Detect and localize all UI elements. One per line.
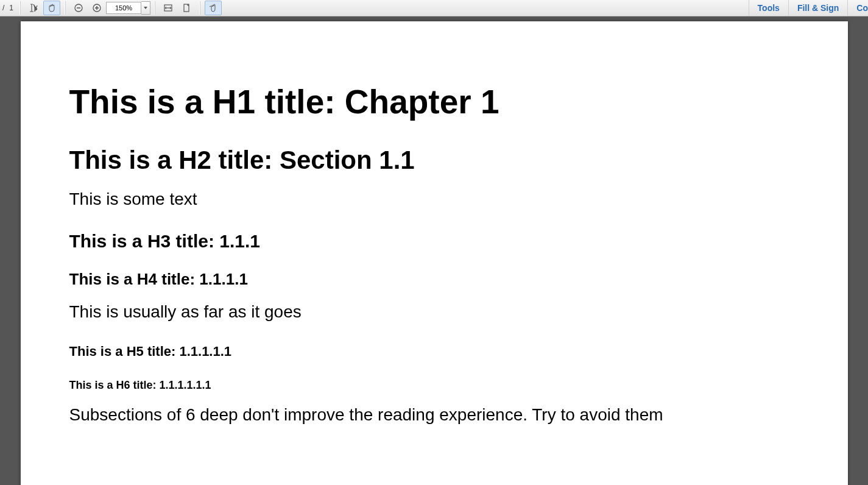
toolbar-left: / 1 (0, 0, 222, 16)
comment-panel-button[interactable]: Co (847, 0, 868, 16)
hand-icon (47, 3, 57, 13)
toolbar-right: Tools Fill & Sign Co (749, 0, 868, 16)
fill-sign-panel-button[interactable]: Fill & Sign (788, 0, 847, 16)
zoom-control (106, 1, 150, 15)
zoom-out-button[interactable] (70, 1, 87, 15)
hand-tool[interactable] (43, 1, 60, 15)
doc-heading-1: This is a H1 title: Chapter 1 (69, 82, 799, 121)
fit-width-icon (163, 3, 173, 13)
doc-heading-3: This is a H3 title: 1.1.1 (69, 231, 799, 252)
doc-heading-2: This is a H2 title: Section 1.1 (69, 146, 799, 175)
zoom-dropdown[interactable] (141, 1, 150, 15)
page-count-total: 1 (7, 4, 16, 12)
toolbar-separator (19, 1, 21, 15)
document-page: This is a H1 title: Chapter 1 This is a … (21, 21, 848, 485)
read-mode-button[interactable] (205, 1, 222, 15)
toolbar-separator (199, 1, 200, 15)
doc-paragraph: This is usually as far as it goes (69, 302, 799, 322)
doc-heading-5: This is a H5 title: 1.1.1.1.1 (69, 344, 799, 359)
chevron-down-icon (144, 7, 147, 9)
zoom-out-icon (74, 3, 83, 13)
tools-panel-button[interactable]: Tools (749, 0, 788, 16)
page-count-prefix: / (0, 4, 7, 12)
doc-paragraph: Subsections of 6 deep don't improve the … (69, 405, 799, 425)
zoom-input[interactable] (106, 2, 141, 14)
document-viewport[interactable]: This is a H1 title: Chapter 1 This is a … (0, 16, 868, 485)
toolbar-separator (154, 1, 155, 15)
toolbar-separator (65, 1, 66, 15)
fit-page-button[interactable] (178, 1, 195, 15)
zoom-in-button[interactable] (88, 1, 105, 15)
doc-paragraph: This is some text (69, 189, 799, 209)
doc-heading-4: This is a H4 title: 1.1.1.1 (69, 270, 799, 289)
doc-heading-6: This is a H6 title: 1.1.1.1.1.1 (69, 379, 799, 392)
text-select-tool[interactable] (25, 1, 42, 15)
zoom-in-icon (92, 3, 102, 13)
fit-width-button[interactable] (160, 1, 177, 15)
text-select-icon (29, 3, 38, 13)
read-mode-icon (208, 3, 218, 13)
toolbar: / 1 (0, 0, 868, 16)
fit-page-icon (182, 3, 191, 13)
